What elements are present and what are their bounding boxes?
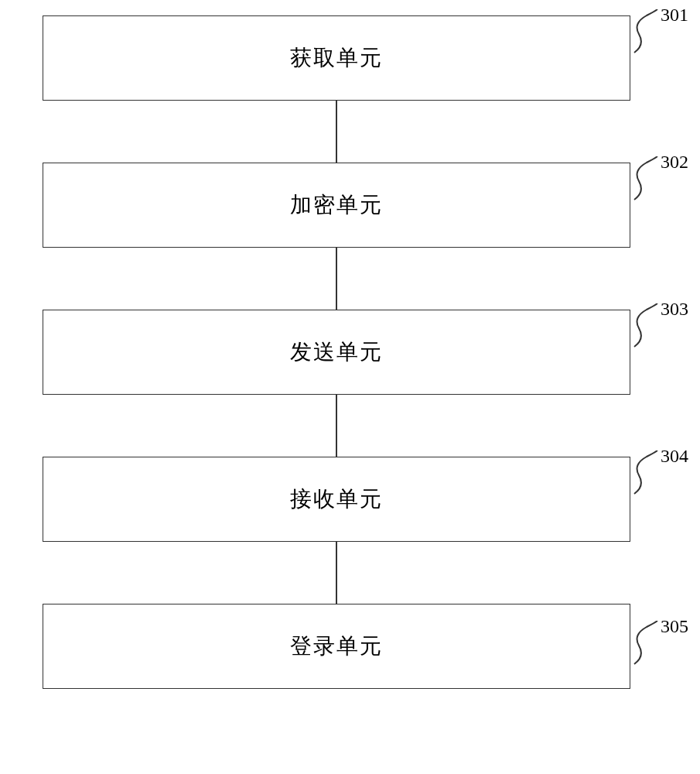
connector-line — [336, 248, 337, 310]
block-label: 发送单元 — [290, 337, 383, 367]
connector-line — [336, 542, 337, 604]
block-label: 获取单元 — [290, 43, 383, 73]
block-label: 登录单元 — [290, 632, 383, 661]
block-send-unit: 发送单元 — [43, 310, 630, 395]
block-acquire-unit: 获取单元 — [43, 15, 630, 101]
leader-line-icon — [631, 621, 659, 667]
flow-diagram: 获取单元 301 加密单元 302 发送单元 303 接收单元 304 登录单元… — [0, 0, 700, 774]
block-label: 加密单元 — [290, 190, 383, 220]
ref-number: 305 — [661, 616, 688, 637]
block-label: 接收单元 — [290, 485, 383, 514]
ref-number: 301 — [661, 5, 688, 26]
leader-line-icon — [631, 303, 659, 350]
ref-number: 303 — [661, 299, 688, 320]
leader-line-icon — [631, 450, 659, 497]
leader-line-icon — [631, 9, 659, 56]
block-receive-unit: 接收单元 — [43, 457, 630, 542]
connector-line — [336, 101, 337, 163]
block-encrypt-unit: 加密单元 — [43, 163, 630, 248]
leader-line-icon — [631, 156, 659, 203]
block-login-unit: 登录单元 — [43, 604, 630, 689]
ref-number: 304 — [661, 446, 688, 467]
connector-line — [336, 395, 337, 457]
ref-number: 302 — [661, 152, 688, 173]
